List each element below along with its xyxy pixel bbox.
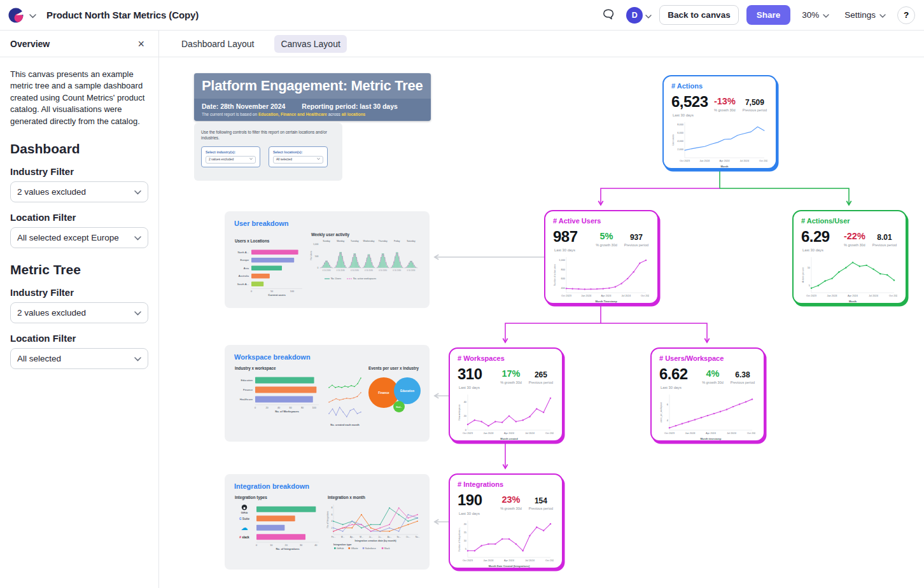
metric-growth: -22%	[844, 232, 865, 241]
svg-text:Apr 2024: Apr 2024	[706, 431, 717, 435]
svg-text:No. Users: No. Users	[310, 251, 312, 260]
svg-text:20: 20	[285, 544, 288, 547]
svg-text:Jan 2024: Jan 2024	[483, 431, 494, 435]
svg-text:M...: M...	[341, 536, 344, 538]
node-title: # Workspaces	[458, 354, 554, 362]
metric-node-actions-per-user[interactable]: # Actions/User 6.29 Last 30 days -22% % …	[792, 210, 907, 304]
svg-text:users_per_workspace: users_per_workspace	[660, 402, 662, 423]
workspace-breakdown-card[interactable]: Workspace breakdown Industry x workspace…	[225, 345, 430, 442]
svg-text:GitHub: GitHub	[337, 547, 344, 550]
chevron-down-icon	[823, 10, 829, 20]
svg-text:0 10 2030: 0 10 2030	[407, 269, 415, 272]
chart-title: Integration types	[235, 495, 323, 500]
svg-text:Apr 2024: Apr 2024	[504, 559, 515, 562]
svg-text:Integration type: Integration type	[333, 543, 351, 546]
card-title: User breakdown	[234, 220, 421, 227]
chevron-down-icon	[645, 10, 652, 21]
connector-activeusers-workspaces	[505, 323, 601, 342]
svg-text:Current users: Current users	[268, 293, 286, 297]
node-title: # Active Users	[553, 217, 650, 225]
dashboard-location-filter-select[interactable]: All selected except Europe	[10, 227, 148, 248]
share-button[interactable]: Share	[746, 5, 791, 25]
metric-growth: -13%	[714, 97, 736, 106]
filter-label: Location Filter	[10, 333, 148, 344]
svg-text:Oct 2024: Oct 2024	[641, 294, 649, 297]
svg-text:GitHub: GitHub	[241, 512, 248, 514]
report-scope: The current report is based on Education…	[194, 110, 431, 121]
metric-node-users-per-workspace[interactable]: # Users/Workspace 6.62 Last 30 days 4% %…	[650, 347, 765, 442]
svg-text:☁: ☁	[241, 524, 248, 531]
created-per-month-sparklines: No. created each month	[326, 375, 363, 430]
svg-text:Apr 2024: Apr 2024	[720, 159, 731, 162]
svg-text:Oct 2024: Oct 2024	[545, 431, 554, 435]
report-filter-card[interactable]: Use the following controls to filter thi…	[194, 123, 342, 181]
back-to-canvas-button[interactable]: Back to canvas	[659, 5, 738, 25]
select-value: All selected	[276, 158, 292, 161]
metric-value-caption: Last 30 days	[459, 386, 482, 389]
settings-menu[interactable]: Settings	[841, 6, 890, 24]
metric-node-actions[interactable]: # Actions 6,523 Last 30 days -13% % grow…	[662, 75, 777, 169]
document-title[interactable]: Product North Star Metrics (Copy)	[46, 10, 199, 20]
tab-canvas-layout[interactable]: Canvas Layout	[274, 35, 346, 53]
svg-text:Education: Education	[241, 379, 253, 382]
svg-text:0 10 2030: 0 10 2030	[393, 269, 401, 272]
svg-text:Slack: Slack	[384, 547, 390, 550]
metric-node-active-users[interactable]: # Active Users 987 Last 30 days 5% % gro…	[544, 210, 659, 304]
integration-breakdown-card[interactable]: Integration breakdown Integration types …	[225, 474, 430, 570]
filter-instructions: Use the following controls to filter thi…	[201, 129, 332, 141]
growth-caption: % growth 30d	[702, 381, 724, 384]
chevron-down-icon	[134, 187, 141, 197]
report-period: Reporting period: last 30 days	[302, 102, 398, 110]
metric-value-caption: Last 30 days	[661, 386, 688, 389]
svg-text:20: 20	[464, 414, 467, 417]
svg-text:Oc...: Oc...	[406, 536, 410, 538]
chart-title: Events per user x Industry	[368, 366, 422, 370]
svg-text:North A...: North A...	[238, 251, 249, 254]
svg-text:1,000: 1,000	[313, 243, 319, 246]
tree-location-filter-select[interactable]: All selected	[10, 348, 148, 369]
svg-text:Thursday: Thursday	[379, 240, 388, 242]
select-value: 2 values excluded	[17, 187, 86, 197]
report-location-select[interactable]: All selected	[273, 156, 323, 164]
metric-node-integrations[interactable]: # Integrations 190 Last 30 days 23% % gr…	[449, 473, 563, 569]
comments-button[interactable]	[598, 7, 619, 23]
metric-tree-canvas[interactable]: Platform Engagement: Metric Tree Date: 2…	[159, 57, 924, 588]
tree-industry-filter-select[interactable]: 2 values excluded	[10, 302, 148, 323]
app-header: Product North Star Metrics (Copy) D Back…	[0, 0, 924, 31]
account-menu[interactable]: D	[626, 7, 652, 24]
svg-text:Jan 2024: Jan 2024	[581, 294, 592, 297]
report-industry-select[interactable]: 2 values excluded	[206, 156, 256, 164]
report-title-block[interactable]: Platform Engagement: Metric Tree Date: 2…	[194, 73, 431, 121]
svg-text:20: 20	[464, 522, 467, 526]
active-users-trend-chart: 4006008001,000Oct 2023Jan 2024Apr 2024Ju…	[553, 254, 650, 306]
svg-text:600: 600	[561, 277, 566, 280]
help-button[interactable]: ?	[897, 6, 915, 24]
svg-text:No. created each month: No. created each month	[330, 423, 360, 426]
metric-growth: 4%	[702, 369, 724, 379]
chevron-down-icon[interactable]	[29, 10, 36, 21]
count-logo[interactable]	[8, 7, 24, 24]
metric-node-workspaces[interactable]: # Workspaces 310 Last 30 days 17% % grow…	[449, 347, 563, 442]
metric-previous: 154	[529, 497, 553, 505]
close-icon[interactable]: ×	[134, 38, 148, 50]
zoom-control[interactable]: 30%	[798, 6, 833, 24]
previous-caption: Previous period	[529, 381, 553, 384]
svg-text:Jan 2024: Jan 2024	[483, 559, 494, 562]
svg-text:0: 0	[256, 544, 257, 547]
integrations-trend-chart: 5101520Oct 2023Jan 2024Apr 2024Jul 2024O…	[458, 517, 554, 571]
filter-label: Industry Filter	[10, 287, 148, 298]
dashboard-industry-filter-select[interactable]: 2 values excluded	[10, 181, 148, 202]
svg-text:Europe: Europe	[240, 258, 249, 262]
svg-text:Au...: Au...	[388, 536, 392, 538]
actions-trend-chart: 2,0004,0006,0008,000Oct 2023Jan 2024Apr …	[671, 119, 768, 171]
select-value: 2 values excluded	[209, 158, 234, 161]
svg-text:40: 40	[277, 407, 280, 409]
svg-text:Asia: Asia	[244, 267, 249, 270]
user-breakdown-card[interactable]: User breakdown Users x Locations North A…	[225, 211, 430, 308]
svg-text:60: 60	[289, 407, 291, 409]
svg-text:Fe...: Fe...	[332, 536, 335, 538]
chart-title: Weekly user activity	[311, 232, 419, 237]
tab-dashboard-layout[interactable]: Dashboard Layout	[175, 35, 260, 53]
svg-text:400: 400	[561, 286, 566, 290]
avatar[interactable]: D	[626, 7, 643, 24]
